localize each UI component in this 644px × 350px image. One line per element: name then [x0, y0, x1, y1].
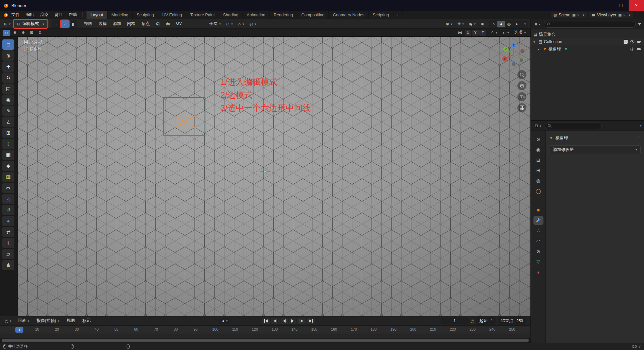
expand-arrow-icon[interactable]: ▸ — [538, 47, 541, 51]
properties-tab-particles[interactable]: ∴ — [533, 226, 543, 235]
tool-scale[interactable]: ◱ — [2, 83, 14, 94]
mode-dropdown[interactable]: ⊡ 编辑模式 — [14, 20, 48, 28]
orthographic-toggle-button[interactable] — [517, 103, 526, 112]
copy-scene-icon[interactable]: ▣ — [572, 13, 576, 17]
tool-rip-region[interactable]: ⋔ — [2, 260, 14, 270]
collection-checkbox[interactable]: ✓ — [624, 40, 628, 44]
gizmos-dropdown[interactable]: ✚ — [455, 21, 466, 27]
gizmo-neg-z-ball[interactable] — [512, 62, 516, 66]
scene-selector[interactable]: ◍ Scene ▣ × — [551, 12, 587, 18]
tool-smooth[interactable]: ● — [2, 216, 14, 226]
shading-solid-button[interactable]: ● — [497, 21, 505, 27]
tool-extrude-region[interactable]: ⇧ — [2, 139, 14, 149]
menu-编辑[interactable]: 编辑 — [23, 11, 37, 19]
filter-funnel-icon[interactable] — [638, 22, 642, 26]
timeline-view-menu[interactable]: 视图 — [63, 317, 78, 325]
properties-tab-modifiers[interactable] — [533, 216, 543, 225]
tool-transform[interactable]: ◉ — [2, 95, 14, 105]
workspace-tab-layout[interactable]: Layout — [87, 11, 108, 19]
scrollbar-thumb[interactable] — [2, 339, 529, 342]
marker-menu[interactable]: 标记 — [79, 317, 94, 325]
menu-添加[interactable]: 添加 — [110, 20, 124, 28]
tool-shear[interactable]: ▱ — [2, 249, 14, 259]
tool-inset-faces[interactable]: ▣ — [2, 150, 14, 160]
workspace-tab-modeling[interactable]: Modeling — [108, 11, 133, 19]
snap-target-dropdown[interactable]: ∪ — [501, 30, 511, 36]
jump-to-start-button[interactable] — [262, 318, 270, 324]
blender-menu-icon[interactable] — [3, 12, 8, 17]
eye-icon[interactable] — [630, 40, 635, 43]
viewport-canvas[interactable]: 用户透视 (1) 棱角球 1/进入编辑模式2/边模式3/选中一个六边形中间线 Z… — [18, 37, 530, 316]
properties-search-input[interactable] — [553, 124, 599, 128]
properties-tab-object[interactable]: ■ — [533, 206, 543, 214]
properties-tab-data[interactable]: ▽ — [533, 257, 543, 266]
properties-tab-tool[interactable]: ⊛ — [533, 135, 543, 144]
tool-bevel[interactable]: ◆ — [2, 161, 14, 171]
properties-tab-render[interactable]: ◉ — [533, 145, 543, 154]
menu-视图[interactable]: 视图 — [81, 20, 95, 28]
properties-tab-world[interactable]: ◯ — [533, 187, 543, 195]
snap-dropdown[interactable]: ∩ — [236, 21, 246, 27]
orientation-dropdown[interactable]: 全局 — [207, 20, 223, 28]
select-op-extend-button[interactable]: ⊕ — [11, 30, 19, 36]
auto-keying-toggle[interactable]: ● — [219, 318, 231, 324]
face-select-button[interactable]: ▮ — [69, 20, 77, 27]
zoom-button[interactable] — [517, 70, 526, 79]
properties-tab-material[interactable]: ◕ — [533, 268, 543, 277]
shading-rendered-button[interactable]: ◕ — [513, 21, 520, 27]
copy-viewlayer-icon[interactable]: ▣ — [618, 13, 622, 17]
frame-start-field[interactable]: 起始 1 — [476, 317, 496, 325]
tool-loop-cut[interactable]: ▦ — [2, 172, 14, 182]
next-keyframe-button[interactable] — [297, 318, 306, 324]
unlink-scene-icon[interactable]: × — [577, 13, 579, 17]
current-frame-indicator[interactable]: 1 — [15, 327, 23, 333]
outliner-row-scene-collection[interactable]: ▤ 场景集合 — [531, 31, 644, 38]
tool-knife[interactable]: ✂ — [2, 183, 14, 193]
pin-icon[interactable]: ⊙ — [637, 136, 641, 140]
select-op-invert-button[interactable]: ⊠ — [28, 30, 35, 36]
tool-measure[interactable]: ∠ — [2, 117, 14, 127]
tool-rotate[interactable]: ↻ — [2, 72, 14, 83]
tool-add-cube[interactable]: ⊞ — [2, 128, 14, 138]
add-modifier-button[interactable]: 添加修改器 — [549, 145, 641, 154]
workspace-tab-scripting[interactable]: Scripting — [369, 11, 393, 19]
pivot-dropdown[interactable]: ⊙ — [224, 21, 235, 27]
object-visibility-dropdown[interactable]: ⊚ — [444, 21, 454, 27]
shading-material-button[interactable]: ◍ — [505, 21, 513, 27]
workspace-tab-sculpting[interactable]: Sculpting — [133, 11, 158, 19]
tool-cursor[interactable]: ⊕ — [2, 50, 14, 61]
eye-icon[interactable] — [630, 47, 635, 51]
menu-文件[interactable]: 文件 — [8, 11, 23, 19]
outliner-editor-button[interactable]: ≡ — [533, 22, 542, 27]
current-frame-field[interactable]: 1 — [441, 318, 469, 324]
select-op-intersect-button[interactable]: ⊗ — [36, 30, 44, 36]
add-workspace-button[interactable]: + — [393, 11, 403, 19]
render-camera-icon[interactable] — [637, 40, 642, 43]
properties-editor-button[interactable]: ⊟ — [533, 123, 543, 129]
timeline-editor-button[interactable]: ◷ — [3, 318, 13, 324]
prev-keyframe-button[interactable] — [271, 318, 280, 324]
overlays-dropdown[interactable]: ◉ — [467, 21, 478, 27]
edge-select-button[interactable]: ∕ — [61, 20, 69, 27]
tool-spin[interactable]: ↺ — [2, 205, 14, 215]
tool-poly-build[interactable]: △ — [2, 194, 14, 204]
playback-menu[interactable]: 回放 — [15, 317, 32, 325]
menu-窗口[interactable]: 窗口 — [51, 11, 66, 19]
gizmo-neg-y-ball[interactable] — [519, 58, 523, 62]
unlink-viewlayer-icon[interactable]: × — [623, 13, 625, 17]
proportional-dropdown[interactable]: ◎ — [248, 21, 258, 27]
outliner-row-object[interactable]: ▸ ▼ 棱角球 ▼ — [531, 45, 644, 53]
xray-toggle[interactable]: ▣ — [479, 21, 486, 27]
collapse-arrow-icon[interactable]: ▾ — [533, 40, 537, 44]
workspace-tab-compositing[interactable]: Compositing — [297, 11, 329, 19]
timeline-track[interactable] — [0, 334, 530, 338]
gizmo-neg-x-ball[interactable] — [520, 49, 524, 53]
tool-annotate[interactable]: ✎ — [2, 106, 14, 116]
tool-move[interactable]: ✚ — [2, 61, 14, 72]
properties-search[interactable] — [545, 123, 602, 129]
jump-to-end-button[interactable] — [307, 318, 315, 324]
outliner-search[interactable] — [544, 21, 636, 28]
mirror-z-button[interactable]: Z — [479, 30, 486, 36]
menu-帮助[interactable]: 帮助 — [66, 11, 80, 19]
outliner-search-input[interactable] — [552, 22, 633, 27]
